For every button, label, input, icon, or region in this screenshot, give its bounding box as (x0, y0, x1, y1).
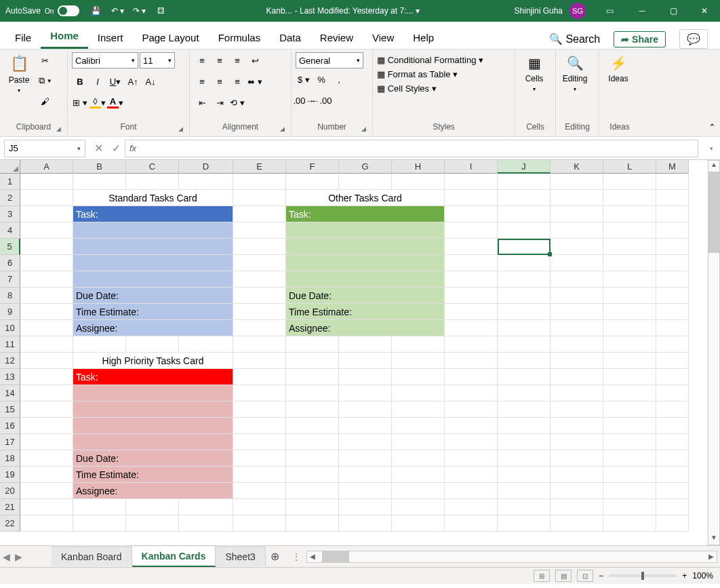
format-painter-icon[interactable]: 🖌 (37, 93, 53, 109)
cell[interactable] (656, 174, 689, 190)
cell[interactable] (656, 222, 689, 239)
tab-view[interactable]: View (363, 26, 403, 49)
cell[interactable] (498, 304, 551, 320)
row-header-9[interactable]: 9 (0, 304, 20, 320)
cell[interactable] (20, 190, 73, 206)
cell[interactable] (498, 434, 551, 450)
scroll-up-icon[interactable]: ▲ (708, 161, 719, 172)
row-header-3[interactable]: 3 (0, 206, 20, 222)
cell[interactable] (551, 353, 603, 369)
cell[interactable] (445, 206, 498, 222)
scroll-down-icon[interactable]: ▼ (708, 534, 719, 545)
cell[interactable] (233, 401, 286, 418)
increase-indent-button[interactable]: ⇥ (212, 94, 228, 111)
cell[interactable] (498, 222, 551, 239)
col-header-I[interactable]: I (445, 160, 498, 174)
cell[interactable] (656, 288, 689, 304)
minimize-button[interactable]: ─ (626, 0, 658, 22)
cell[interactable] (73, 174, 126, 190)
row-header-8[interactable]: 8 (0, 288, 20, 304)
expand-formula-bar-icon[interactable]: ▾ (702, 140, 720, 157)
cell[interactable] (20, 174, 73, 190)
cell[interactable] (339, 483, 392, 499)
cell[interactable] (233, 255, 286, 271)
row-header-20[interactable]: 20 (0, 483, 20, 499)
cell[interactable] (445, 336, 498, 353)
cell[interactable] (498, 320, 551, 336)
cell[interactable] (445, 271, 498, 288)
cell[interactable] (656, 336, 689, 353)
cell[interactable] (603, 499, 656, 515)
col-header-L[interactable]: L (603, 160, 656, 174)
cell[interactable] (551, 418, 603, 434)
cell[interactable] (603, 336, 656, 353)
align-right-button[interactable]: ≡ (229, 73, 245, 90)
cell[interactable] (233, 320, 286, 336)
row-header-15[interactable]: 15 (0, 401, 20, 418)
cell[interactable] (445, 222, 498, 239)
normal-view-button[interactable]: ⊞ (534, 570, 550, 582)
col-header-G[interactable]: G (339, 160, 392, 174)
cell[interactable] (179, 336, 233, 353)
align-top-button[interactable]: ≡ (194, 52, 210, 68)
cell[interactable] (286, 515, 339, 532)
cell[interactable] (339, 401, 392, 418)
cell[interactable] (445, 483, 498, 499)
cell[interactable] (445, 401, 498, 418)
cell[interactable] (233, 222, 286, 239)
cell[interactable] (551, 206, 603, 222)
italic-button[interactable]: I (89, 73, 106, 90)
col-header-D[interactable]: D (179, 160, 233, 174)
cell[interactable] (656, 450, 689, 467)
cell[interactable] (20, 483, 73, 499)
cell[interactable] (20, 450, 73, 467)
col-header-H[interactable]: H (392, 160, 445, 174)
formula-input[interactable]: fx (125, 140, 698, 157)
cell[interactable] (126, 174, 179, 190)
cell[interactable] (603, 418, 656, 434)
cell[interactable] (233, 190, 286, 206)
cell[interactable] (445, 467, 498, 483)
cell[interactable] (445, 450, 498, 467)
cell-content[interactable] (286, 222, 445, 239)
maximize-button[interactable]: ▢ (658, 0, 689, 22)
cell[interactable] (551, 434, 603, 450)
cell[interactable] (233, 515, 286, 532)
col-header-K[interactable]: K (551, 160, 603, 174)
tab-home[interactable]: Home (41, 24, 88, 49)
cell[interactable] (551, 288, 603, 304)
cell[interactable] (233, 369, 286, 385)
decrease-decimal-button[interactable]: ←.00 (313, 92, 329, 109)
cell[interactable] (498, 483, 551, 499)
cell[interactable] (233, 239, 286, 255)
cell[interactable] (392, 467, 445, 483)
cell[interactable] (656, 239, 689, 255)
cell[interactable] (339, 174, 392, 190)
row-header-1[interactable]: 1 (0, 174, 20, 190)
cell[interactable] (656, 401, 689, 418)
cell[interactable] (126, 515, 179, 532)
borders-button[interactable]: ⊞ ▾ (72, 94, 88, 111)
cell[interactable] (603, 174, 656, 190)
cell[interactable] (498, 418, 551, 434)
tab-help[interactable]: Help (403, 26, 443, 49)
cell-content[interactable] (73, 385, 233, 401)
cell[interactable] (233, 450, 286, 467)
cell[interactable] (498, 369, 551, 385)
cell[interactable] (392, 418, 445, 434)
cell[interactable] (445, 369, 498, 385)
cell[interactable] (603, 353, 656, 369)
cell[interactable] (233, 353, 286, 369)
cell-content[interactable] (286, 255, 445, 271)
cell[interactable] (233, 336, 286, 353)
zoom-in-button[interactable]: + (682, 571, 687, 581)
cell[interactable] (656, 255, 689, 271)
cell[interactable] (498, 515, 551, 532)
search-button[interactable]: 🔍 Search (549, 33, 600, 45)
comments-button[interactable]: 💬 (679, 29, 708, 49)
cell-content[interactable] (286, 271, 445, 288)
cell[interactable] (551, 483, 603, 499)
cell[interactable] (551, 190, 603, 206)
cells-button[interactable]: ▦ Cells ▾ (519, 52, 549, 95)
row-header-17[interactable]: 17 (0, 434, 20, 450)
